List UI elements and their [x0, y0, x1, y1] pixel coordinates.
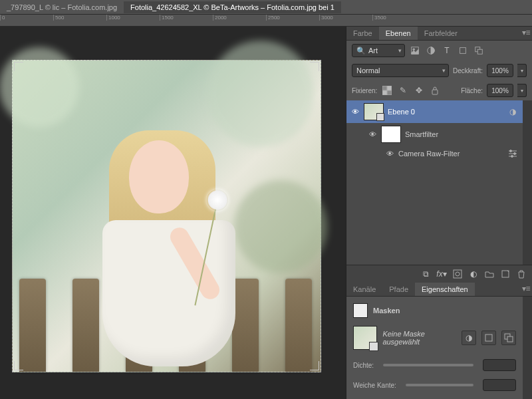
document-tab-1[interactable]: _797890_L © lic – Fotolia.com.jpg	[0, 1, 124, 13]
filter-shape-icon[interactable]	[457, 45, 469, 57]
add-vector-mask-icon[interactable]	[481, 331, 496, 345]
layer-name[interactable]: Ebene 0	[388, 108, 415, 116]
layer-filter-dropdown[interactable]: 🔍Art	[352, 44, 405, 57]
tab-farbe[interactable]: Farbe	[346, 27, 379, 40]
filter-name: Camera Raw-Filter	[398, 150, 460, 158]
properties-heading: Masken	[373, 307, 400, 315]
add-pixel-mask-icon[interactable]: ◑	[462, 331, 476, 345]
panel-menu-icon[interactable]: ▾≡	[520, 283, 532, 295]
density-slider[interactable]	[383, 364, 473, 366]
smartfilters-label: Smartfilter	[405, 130, 438, 138]
lock-position-icon[interactable]: ✥	[413, 84, 425, 96]
opacity-stepper[interactable]: ▾	[517, 64, 527, 77]
svg-point-10	[510, 150, 512, 152]
fill-stepper[interactable]: ▾	[517, 84, 527, 97]
filter-mask-thumbnail[interactable]	[381, 126, 401, 143]
properties-scrollbar[interactable]	[523, 297, 532, 399]
svg-rect-13	[454, 270, 462, 278]
document-tab-2[interactable]: Fotolia_42624582_XL © BeTa-Artworks – Fo…	[124, 1, 341, 13]
visibility-toggle-icon[interactable]: 👁	[350, 108, 360, 116]
tab-farbfelder[interactable]: Farbfelder	[418, 27, 464, 40]
lock-transparency-icon[interactable]	[381, 84, 393, 96]
image-subject	[92, 120, 239, 373]
lock-paint-icon[interactable]: ✎	[397, 84, 409, 96]
layer-thumbnail[interactable]	[364, 103, 384, 120]
properties-panel-tabs: Kanäle Pfade Eigenschaften ▾≡	[346, 283, 532, 297]
svg-point-14	[456, 272, 460, 276]
svg-point-1	[413, 49, 415, 51]
filter-row-cameraraw[interactable]: 👁 Camera Raw-Filter	[346, 146, 523, 162]
filter-image-icon[interactable]	[409, 45, 421, 57]
filter-blend-options-icon[interactable]	[507, 148, 519, 160]
layer-style-icon[interactable]: fx▾	[435, 268, 448, 280]
fill-label: Fläche:	[461, 87, 483, 94]
properties-panel-body: Masken Keine Maske ausgewählt ◑ Dichte: …	[346, 297, 523, 399]
filter-adjust-icon[interactable]	[425, 45, 437, 57]
crop-handle-tl[interactable]	[14, 62, 23, 71]
svg-point-11	[514, 153, 516, 155]
document-tabs: _797890_L © lic – Fotolia.com.jpg Fotoli…	[0, 0, 532, 15]
svg-rect-5	[477, 49, 482, 54]
opacity-value[interactable]: 100%	[487, 64, 513, 77]
new-adjustment-icon[interactable]: ◐	[467, 268, 480, 280]
add-mask-icon[interactable]	[451, 268, 464, 280]
panel-menu-icon[interactable]: ▾≡	[520, 27, 532, 39]
canvas-area[interactable]	[0, 27, 346, 399]
svg-rect-7	[382, 86, 387, 90]
crop-handle-tr[interactable]	[310, 62, 319, 71]
feather-slider[interactable]	[406, 384, 473, 386]
density-value[interactable]	[483, 359, 516, 371]
layers-panel-tabs: Farbe Ebenen Farbfelder ▾≡	[346, 27, 532, 41]
svg-rect-16	[485, 334, 492, 341]
tab-kanale[interactable]: Kanäle	[346, 283, 382, 296]
svg-rect-18	[507, 336, 513, 342]
svg-rect-3	[460, 48, 466, 54]
svg-point-12	[511, 156, 513, 158]
delete-layer-icon[interactable]	[515, 268, 528, 280]
right-panels: Farbe Ebenen Farbfelder ▾≡ 🔍Art T Normal…	[346, 27, 532, 399]
mask-mode-icon[interactable]	[353, 303, 368, 318]
visibility-toggle-icon[interactable]: 👁	[385, 150, 394, 158]
lock-all-icon[interactable]	[429, 84, 441, 96]
layer-list[interactable]: 👁 Ebene 0 ◑ 👁 Smartfilter 👁 Camera Raw-F…	[346, 100, 523, 265]
density-label: Dichte:	[353, 362, 374, 369]
tab-ebenen[interactable]: Ebenen	[379, 27, 418, 40]
feather-label: Weiche Kante:	[353, 382, 396, 389]
filter-smartobj-icon[interactable]	[473, 45, 485, 57]
opacity-label: Deckkraft:	[453, 67, 483, 74]
link-layers-icon[interactable]: ⧉	[419, 268, 432, 280]
add-clipping-mask-icon[interactable]	[501, 331, 516, 345]
layers-scrollbar[interactable]	[523, 100, 532, 265]
filter-text-icon[interactable]: T	[441, 45, 453, 57]
lock-label: Fixieren:	[352, 87, 377, 94]
feather-value[interactable]	[483, 379, 516, 391]
new-group-icon[interactable]	[483, 268, 496, 280]
new-layer-icon[interactable]	[499, 268, 512, 280]
svg-rect-9	[432, 90, 438, 94]
tab-pfade[interactable]: Pfade	[382, 283, 415, 296]
blend-mode-dropdown[interactable]: Normal	[352, 64, 449, 77]
no-mask-message: Keine Maske ausgewählt	[382, 330, 456, 346]
smartobject-badge-icon: ◑	[507, 106, 519, 118]
svg-rect-8	[387, 90, 392, 95]
svg-rect-15	[502, 271, 509, 277]
horizontal-ruler: 0 500 1000 1500 2000 2500 3000 3500	[0, 15, 532, 27]
smartfilters-row[interactable]: 👁 Smartfilter	[346, 123, 523, 146]
document-canvas[interactable]	[12, 60, 321, 372]
crop-handle-br[interactable]	[310, 361, 319, 370]
layer-row-ebene0[interactable]: 👁 Ebene 0 ◑	[346, 100, 523, 123]
layers-footer: ⧉ fx▾ ◐	[346, 265, 532, 283]
tab-eigenschaften[interactable]: Eigenschaften	[415, 283, 475, 296]
selected-layer-thumbnail	[353, 326, 377, 350]
visibility-toggle-icon[interactable]: 👁	[368, 130, 377, 138]
crop-handle-bl[interactable]	[14, 361, 23, 370]
fill-value[interactable]: 100%	[487, 84, 513, 97]
